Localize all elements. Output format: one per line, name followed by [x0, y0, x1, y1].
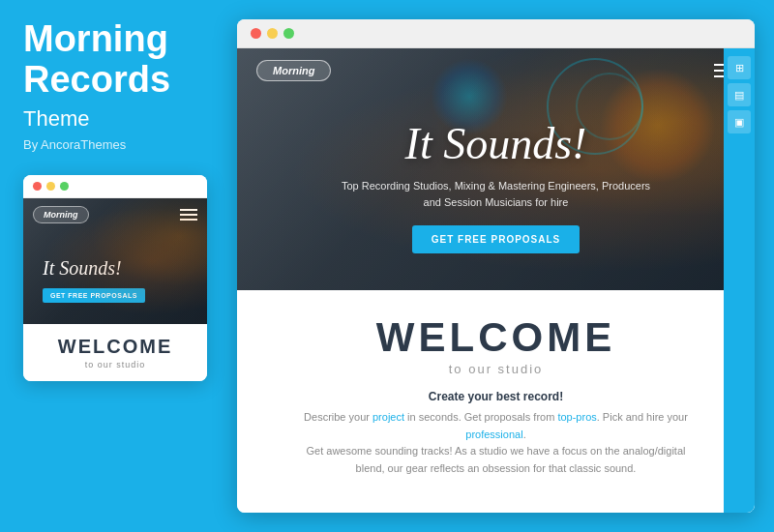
desktop-welcome-body: Describe your project in seconds. Get pr… — [295, 409, 697, 477]
desktop-welcome-sub: to our studio — [295, 362, 697, 376]
mobile-hamburger-button[interactable] — [180, 209, 197, 221]
mobile-dot-yellow — [46, 182, 55, 191]
mobile-welcome-section: WELCOME to our studio — [23, 324, 207, 381]
desktop-hero: Morning It Sounds! Top Recording Studios… — [237, 48, 755, 290]
hamburger-line — [180, 219, 197, 221]
desktop-welcome-heading: WELCOME — [295, 317, 697, 358]
toolbar-icon-3[interactable]: ▣ — [728, 110, 751, 133]
desktop-dot-green — [283, 28, 294, 39]
desktop-titlebar — [237, 19, 755, 48]
right-panel: Morning It Sounds! Top Recording Studios… — [237, 0, 774, 532]
mobile-nav: Morning — [33, 206, 197, 223]
mobile-titlebar — [23, 175, 207, 198]
mobile-mockup: Morning It Sounds! GET FREE PROPOSALS WE… — [23, 175, 207, 381]
mobile-dot-red — [33, 182, 42, 191]
desktop-dot-red — [251, 28, 261, 39]
page-title: Morning Records — [23, 19, 214, 101]
desktop-headline: It Sounds! — [405, 120, 587, 169]
toolbar-icon-2[interactable]: ▤ — [728, 83, 751, 106]
desktop-dot-yellow — [267, 28, 278, 39]
mobile-welcome-sub: to our studio — [33, 360, 197, 369]
desktop-create-tagline: Create your best record! — [295, 390, 697, 403]
theme-label: Theme — [23, 106, 214, 132]
project-link[interactable]: project — [372, 411, 404, 423]
mobile-hero: Morning It Sounds! GET FREE PROPOSALS — [23, 198, 207, 324]
hamburger-line — [180, 214, 197, 216]
mobile-welcome-heading: WELCOME — [33, 336, 197, 358]
desktop-hero-content: It Sounds! Top Recording Studios, Mixing… — [237, 83, 755, 290]
desktop-logo: Morning — [256, 60, 331, 81]
mobile-logo: Morning — [33, 206, 89, 223]
top-pros-link[interactable]: top-pros — [557, 411, 596, 423]
desktop-mockup: Morning It Sounds! Top Recording Studios… — [237, 19, 755, 513]
desktop-cta-button[interactable]: GET FREE PROPOSALS — [412, 225, 580, 253]
mobile-headline: It Sounds! — [43, 257, 188, 279]
mobile-cta-button[interactable]: GET FREE PROPOSALS — [43, 288, 145, 303]
side-toolbar: ⊞ ▤ ▣ — [724, 48, 755, 513]
hamburger-line — [180, 209, 197, 211]
toolbar-icon-1[interactable]: ⊞ — [728, 56, 751, 79]
author-label: By AncoraThemes — [23, 137, 214, 152]
mobile-dot-green — [60, 182, 69, 191]
professional-link[interactable]: professional — [465, 429, 522, 440]
left-panel: Morning Records Theme By AncoraThemes Mo… — [0, 0, 237, 532]
desktop-tagline: Top Recording Studios, Mixing & Masterin… — [342, 178, 651, 210]
desktop-welcome-section: WELCOME to our studio Create your best r… — [237, 290, 755, 513]
